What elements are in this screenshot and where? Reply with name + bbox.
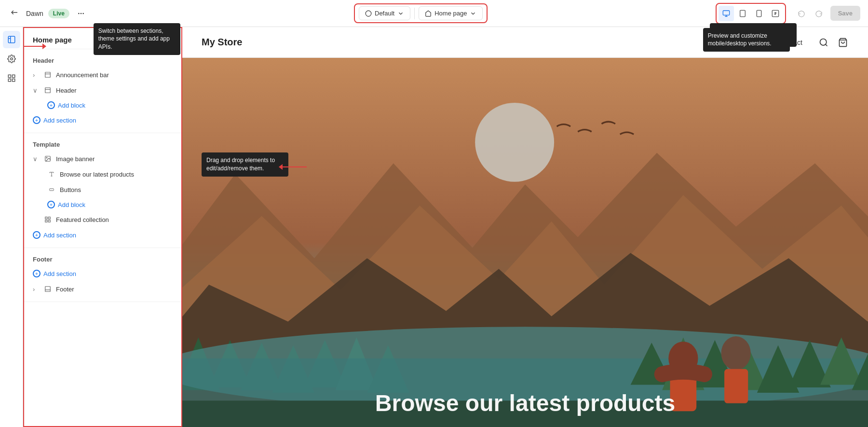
layout-icon-2 — [43, 86, 52, 95]
announcement-bar-label: Announcement bar — [56, 71, 109, 79]
svg-marker-37 — [272, 345, 314, 393]
svg-rect-5 — [740, 10, 745, 16]
footer-add-section-label: Add section — [43, 270, 76, 277]
store-logo: My Store — [202, 37, 699, 48]
svg-point-11 — [10, 58, 13, 60]
undo-button[interactable] — [794, 6, 809, 21]
cart-nav-icon[interactable] — [837, 37, 849, 48]
browse-text-item[interactable]: Browse our latest products — [24, 166, 181, 182]
svg-rect-42 — [182, 358, 868, 427]
drag-drop-tooltip: Drag and drop elements to edit/add/remov… — [202, 152, 288, 177]
hero-illustration: Browse our latest products — [182, 58, 868, 427]
footer-section-group: Footer + Add section › Footer — [24, 248, 181, 302]
device-controls — [716, 3, 786, 24]
default-dropdown[interactable]: Default — [359, 6, 410, 20]
settings-icon-button[interactable] — [3, 50, 20, 68]
footer-item[interactable]: › Footer — [24, 281, 181, 297]
page-label: Home page — [434, 10, 467, 17]
svg-rect-12 — [8, 75, 11, 77]
text-icon — [47, 170, 56, 179]
plus-circle-icon-3: + — [33, 270, 41, 277]
buttons-item[interactable]: Buttons — [24, 182, 181, 197]
footer-group-title: Footer — [24, 253, 181, 266]
more-button[interactable] — [74, 7, 88, 20]
browse-label: Browse our latest products — [60, 171, 134, 178]
template-add-block-button[interactable]: + Add block — [24, 197, 181, 212]
footer-label: Footer — [56, 286, 74, 293]
button-icon — [47, 185, 56, 194]
svg-line-27 — [826, 44, 827, 46]
featured-collection-item[interactable]: Featured collection — [24, 212, 181, 227]
apps-icon-button[interactable] — [3, 69, 20, 87]
search-nav-icon[interactable] — [818, 37, 829, 48]
svg-rect-28 — [182, 58, 868, 427]
svg-rect-15 — [8, 79, 11, 82]
svg-point-1 — [80, 13, 81, 14]
tablet-view-button[interactable] — [735, 6, 750, 21]
live-badge: Live — [48, 9, 69, 18]
default-label: Default — [375, 10, 394, 17]
template-group-title: Template — [24, 138, 181, 151]
layout-icon — [43, 70, 52, 79]
sidebar-panel: Home page Header › Announcement bar ∨ — [23, 27, 182, 427]
add-block-label: Add block — [58, 102, 85, 109]
svg-marker-38 — [304, 340, 346, 387]
svg-rect-24 — [48, 220, 50, 222]
svg-marker-48 — [788, 340, 830, 387]
footer-add-section-button[interactable]: + Add section — [24, 266, 181, 281]
svg-marker-45 — [694, 340, 736, 387]
mobile-view-button[interactable] — [751, 6, 767, 21]
svg-marker-34 — [182, 337, 219, 390]
svg-point-26 — [820, 39, 827, 45]
chevron-right-icon-2: › — [33, 286, 40, 293]
svg-rect-51 — [182, 400, 868, 427]
desktop-view-button[interactable] — [719, 6, 734, 21]
announcement-bar-item[interactable]: › Announcement bar — [24, 67, 181, 83]
image-banner-item[interactable]: ∨ Image banner — [24, 151, 181, 166]
svg-point-29 — [475, 103, 554, 182]
header-group-title: Header — [24, 54, 181, 67]
svg-point-41 — [182, 327, 868, 411]
plus-icon: + — [47, 101, 55, 109]
svg-point-2 — [82, 13, 84, 14]
top-bar-left: Dawn Live — [8, 7, 88, 20]
template-add-section-button[interactable]: + Add section — [24, 227, 181, 243]
svg-text:Browse our latest products: Browse our latest products — [375, 390, 675, 416]
separator — [414, 8, 415, 19]
header-label: Header — [56, 87, 77, 94]
redo-button[interactable] — [811, 6, 827, 21]
chevron-right-icon: › — [33, 71, 40, 79]
arrow-annotation-sections — [23, 43, 46, 49]
svg-marker-47 — [757, 345, 799, 393]
back-button[interactable] — [8, 7, 21, 20]
svg-marker-30 — [182, 153, 868, 427]
sections-icon-button[interactable] — [3, 31, 20, 48]
header-add-section-label: Add section — [43, 117, 76, 124]
header-add-section-button[interactable]: + Add section — [24, 112, 181, 128]
svg-rect-17 — [45, 88, 51, 93]
svg-marker-40 — [367, 345, 409, 393]
image-icon — [43, 154, 52, 163]
top-bar: Dawn Live Switch between sections, theme… — [0, 0, 868, 27]
nav-right-icons — [818, 37, 849, 48]
header-section-group: Header › Announcement bar ∨ Header — [24, 49, 181, 133]
store-preview: My Store Home Catalog Contact — [182, 27, 868, 427]
main-content: Home page Header › Announcement bar ∨ — [0, 27, 868, 427]
switch-sections-tooltip: Switch between sections, theme settings … — [94, 23, 180, 55]
header-item[interactable]: ∨ Header — [24, 83, 181, 98]
embed-view-button[interactable] — [768, 6, 783, 21]
svg-rect-16 — [45, 72, 51, 78]
buttons-label: Buttons — [60, 186, 81, 193]
svg-rect-7 — [757, 10, 761, 16]
svg-point-54 — [721, 336, 751, 370]
app-name: Dawn — [26, 10, 43, 17]
page-dropdown[interactable]: Home page — [419, 6, 483, 20]
header-add-block-button[interactable]: + Add block — [24, 98, 181, 112]
footer-layout-icon — [43, 285, 52, 293]
view-selector: Default Home page — [354, 3, 488, 23]
template-add-section-label: Add section — [43, 232, 76, 239]
save-button[interactable]: Save — [830, 6, 860, 21]
svg-marker-39 — [336, 337, 378, 390]
chevron-down-icon: ∨ — [33, 87, 40, 94]
undo-redo-controls — [794, 6, 827, 21]
